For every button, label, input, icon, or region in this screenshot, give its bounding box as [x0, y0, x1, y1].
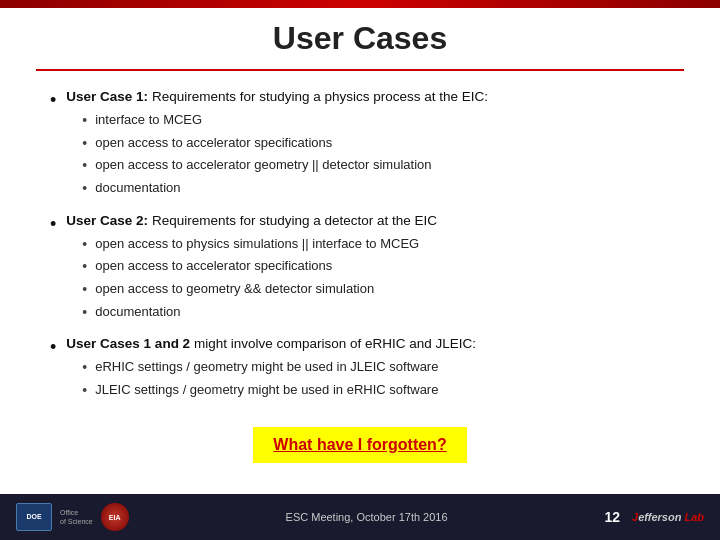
uc12-subbullets: • eRHIC settings / geometry might be use… — [82, 357, 670, 401]
uc2-subbullets: • open access to physics simulations || … — [82, 234, 670, 324]
uc1-sub4: • documentation — [82, 178, 670, 200]
bullet-uc12: • User Cases 1 and 2 might involve compa… — [50, 334, 670, 402]
eia-logo: EIA — [101, 503, 129, 531]
uc12-text: might involve comparison of eRHIC and JL… — [190, 336, 476, 351]
uc2-sub4: • documentation — [82, 302, 670, 324]
bullet-dot-1: • — [50, 87, 56, 115]
doe-logo: DOE — [16, 503, 52, 531]
uc2-sub2: • open access to accelerator specificati… — [82, 256, 670, 278]
uc1-text: Requirements for studying a physics proc… — [148, 89, 488, 104]
page-number: 12 — [604, 509, 620, 525]
footer-meeting-text: ESC Meeting, October 17th 2016 — [286, 511, 448, 523]
logos-group: DOE Officeof Science EIA — [16, 503, 129, 531]
highlight-container: What have I forgotten? — [50, 413, 670, 464]
uc12-sub2: • JLEIC settings / geometry might be use… — [82, 380, 670, 402]
content-area: • User Case 1: Requirements for studying… — [0, 87, 720, 463]
bullet-text-1: User Case 1: Requirements for studying a… — [66, 87, 670, 201]
bullet-text-2: User Case 2: Requirements for studying a… — [66, 211, 670, 325]
office-science-label: Officeof Science — [60, 508, 93, 526]
bullet-dot-2: • — [50, 211, 56, 239]
uc2-text: Requirements for studying a detector at … — [148, 213, 437, 228]
slide: User Cases • User Case 1: Requirements f… — [0, 0, 720, 540]
top-bar — [0, 0, 720, 8]
bottom-right: 12 Jefferson Lab — [604, 509, 704, 525]
uc1-sub1: • interface to MCEG — [82, 110, 670, 132]
uc2-label: User Case 2: — [66, 213, 148, 228]
slide-title: User Cases — [0, 0, 720, 69]
bottom-bar: DOE Officeof Science EIA ESC Meeting, Oc… — [0, 494, 720, 540]
uc12-label: User Cases 1 and 2 — [66, 336, 190, 351]
bullet-uc1: • User Case 1: Requirements for studying… — [50, 87, 670, 201]
bullet-text-3: User Cases 1 and 2 might involve compari… — [66, 334, 670, 402]
jlab-logo: Jefferson Lab — [632, 511, 704, 523]
uc1-sub3: • open access to accelerator geometry ||… — [82, 155, 670, 177]
uc1-subbullets: • interface to MCEG • open access to acc… — [82, 110, 670, 200]
uc2-sub3: • open access to geometry && detector si… — [82, 279, 670, 301]
bullet-dot-3: • — [50, 334, 56, 362]
highlight-box: What have I forgotten? — [253, 427, 466, 464]
uc2-sub1: • open access to physics simulations || … — [82, 234, 670, 256]
uc1-sub2: • open access to accelerator specificati… — [82, 133, 670, 155]
uc12-sub1: • eRHIC settings / geometry might be use… — [82, 357, 670, 379]
uc1-label: User Case 1: — [66, 89, 148, 104]
title-divider — [36, 69, 684, 71]
bullet-uc2: • User Case 2: Requirements for studying… — [50, 211, 670, 325]
